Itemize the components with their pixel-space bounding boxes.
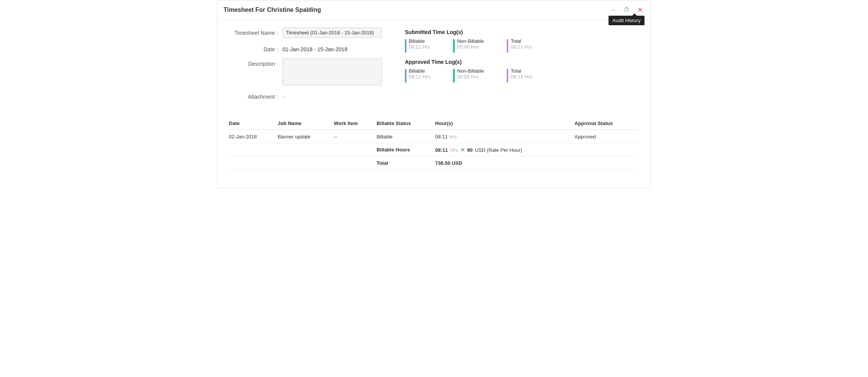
rate-unit: USD (Rate Per Hour) [475, 147, 522, 153]
timesheet-name-input[interactable] [282, 28, 382, 38]
submitted-time-logs: Submitted Time Log(s) Billable 08:11 Hrs [405, 29, 639, 53]
approved-nonbillable-label: Non-Billable [457, 68, 484, 74]
content-area: Timesheet Name : Date : 01-Jan-2018 - 15… [217, 20, 651, 178]
rate-value: 90 [467, 147, 473, 153]
attachment-link[interactable]: - [282, 91, 284, 100]
title-bar-actions: ··· ⏱ ✕ Audit History [609, 5, 644, 15]
submitted-nonbillable: Non-Billable 00:00 Hrs [453, 38, 484, 53]
time-logs-section: Submitted Time Log(s) Billable 08:11 Hrs [405, 28, 639, 106]
approved-billable-value: 08:11 Hrs [409, 74, 430, 80]
submitted-title: Submitted Time Log(s) [405, 29, 639, 35]
submitted-total-label: Total [511, 38, 532, 44]
date-value: 01-Jan-2018 - 15-Jan-2018 [282, 44, 348, 52]
approved-nonbillable-bar-icon [453, 69, 455, 83]
description-textarea[interactable] [282, 58, 382, 85]
approved-total-label: Total [511, 68, 532, 74]
cell-billable-status: Billable [377, 130, 435, 144]
total-bar-icon [507, 39, 508, 53]
submitted-total-value: 08:11 Hrs [511, 44, 532, 50]
approved-total-value: 08:11 Hrs [511, 74, 532, 80]
hours-suffix: Hrs [449, 134, 457, 140]
total-value: 736.50 USD [435, 156, 574, 170]
submitted-billable-value: 08:11 Hrs [409, 44, 430, 50]
cell-hours: 08:11 Hrs [435, 130, 574, 144]
window-title: Timesheet For Christine Spalding [224, 6, 321, 13]
main-window: Timesheet For Christine Spalding ··· ⏱ ✕… [217, 0, 651, 188]
timesheet-name-row: Timesheet Name : [229, 28, 390, 38]
history-button[interactable]: ⏱ [622, 6, 631, 14]
close-button[interactable]: ✕ [636, 5, 644, 15]
attachment-row: Attachment : - [229, 91, 390, 100]
approved-total-bar-icon [507, 69, 508, 83]
total-row: Total 736.50 USD [229, 156, 639, 170]
approved-time-logs: Approved Time Log(s) Billable 08:11 Hrs [405, 59, 639, 83]
approved-billable-bar-icon [405, 69, 406, 83]
billable-hours-cell: 08:11 Hrs ✕ 90 USD (Rate Per Hour) [435, 144, 574, 156]
nonbillable-bar-icon [453, 39, 455, 53]
submitted-nonbillable-label: Non-Billable [457, 38, 484, 44]
attachment-label: Attachment : [229, 91, 282, 100]
table-row: 02-Jan-2018 Banner update -- Billable 08… [229, 130, 639, 144]
cell-job-name: Banner update [278, 130, 334, 144]
submitted-billable: Billable 08:11 Hrs [405, 38, 430, 53]
col-work-item: Work Item [334, 117, 377, 130]
hours-value: 08:11 [435, 134, 448, 140]
billable-hours-value: 08:11 [435, 147, 448, 153]
billable-hours-row: Billable Hours 08:11 Hrs ✕ 90 USD (Rate … [229, 144, 639, 156]
approved-nonbillable-value: 00:00 Hrs [457, 74, 484, 80]
title-bar: Timesheet For Christine Spalding ··· ⏱ ✕… [217, 0, 651, 20]
table-header-row: Date Job Name Work Item Billable Status … [229, 117, 639, 130]
billable-bar-icon [405, 39, 406, 53]
description-row: Description : [229, 58, 390, 85]
audit-history-tooltip: Audit History [609, 16, 644, 25]
col-date: Date [229, 117, 278, 130]
top-section: Timesheet Name : Date : 01-Jan-2018 - 15… [229, 28, 639, 106]
submitted-nonbillable-value: 00:00 Hrs [457, 44, 484, 50]
multiply-icon: ✕ [460, 147, 465, 153]
col-approval-status: Approval Status [574, 117, 639, 130]
description-label: Description : [229, 58, 282, 67]
submitted-items: Billable 08:11 Hrs Non-Billable 00:00 Hr… [405, 38, 639, 53]
billable-hours-label: Billable Hours [377, 144, 435, 156]
approved-items: Billable 08:11 Hrs Non-Billable 00:00 Hr… [405, 68, 639, 83]
submitted-billable-label: Billable [409, 38, 430, 44]
approved-billable-label: Billable [409, 68, 430, 74]
submitted-total: Total 08:11 Hrs [507, 38, 532, 53]
approved-total: Total 08:11 Hrs [507, 68, 532, 83]
cell-work-item: -- [334, 130, 377, 144]
timelog-table: Date Job Name Work Item Billable Status … [229, 117, 639, 170]
cell-date: 02-Jan-2018 [229, 130, 278, 144]
approved-billable: Billable 08:11 Hrs [405, 68, 430, 83]
total-label: Total [377, 156, 435, 170]
cell-approval-status: Approved [574, 130, 639, 144]
timesheet-name-label: Timesheet Name : [229, 28, 282, 36]
billable-hours-suffix: Hrs [450, 147, 458, 153]
approved-nonbillable: Non-Billable 00:00 Hrs [453, 68, 484, 83]
form-section: Timesheet Name : Date : 01-Jan-2018 - 15… [229, 28, 390, 106]
date-label: Date : [229, 44, 282, 52]
more-options-button[interactable]: ··· [609, 6, 617, 14]
col-hours: Hour(s) [435, 117, 574, 130]
approved-title: Approved Time Log(s) [405, 59, 639, 65]
table-section: Date Job Name Work Item Billable Status … [229, 117, 639, 170]
col-job-name: Job Name [278, 117, 334, 130]
date-row: Date : 01-Jan-2018 - 15-Jan-2018 [229, 44, 390, 52]
col-billable-status: Billable Status [377, 117, 435, 130]
